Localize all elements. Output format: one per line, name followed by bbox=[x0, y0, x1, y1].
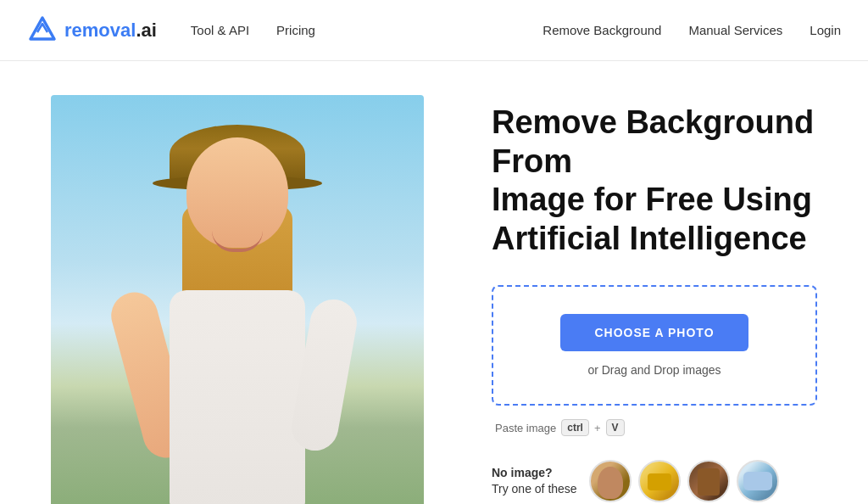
ctrl-key: ctrl bbox=[561, 419, 589, 436]
nav-manual-services[interactable]: Manual Services bbox=[688, 23, 782, 37]
nav-pricing[interactable]: Pricing bbox=[276, 23, 315, 37]
nav-tool-api[interactable]: Tool & API bbox=[191, 23, 249, 37]
v-key: V bbox=[606, 419, 625, 436]
person-head bbox=[186, 137, 288, 248]
content-side: Remove Background From Image for Free Us… bbox=[492, 95, 817, 504]
nav-login[interactable]: Login bbox=[810, 23, 841, 37]
sample-thumb-person[interactable] bbox=[589, 460, 632, 502]
sample-section: No image? Try one of these bbox=[492, 460, 817, 502]
sample-thumbnails bbox=[589, 460, 779, 502]
hero-image-container bbox=[51, 95, 424, 504]
main-content: Remove Background From Image for Free Us… bbox=[0, 61, 868, 504]
sample-label: No image? Try one of these bbox=[492, 465, 577, 498]
nav-right: Remove Background Manual Services Login bbox=[542, 23, 841, 37]
person-silhouette bbox=[110, 120, 364, 504]
paste-label: Paste image bbox=[495, 422, 556, 434]
hero-title: Remove Background From Image for Free Us… bbox=[492, 104, 817, 258]
hero-image-section bbox=[51, 95, 441, 504]
choose-photo-button[interactable]: CHOOSE A PHOTO bbox=[560, 314, 748, 351]
logo[interactable]: removal.ai bbox=[27, 15, 157, 46]
person-body bbox=[170, 290, 305, 504]
sample-thumb-car[interactable] bbox=[638, 460, 681, 502]
paste-hint: Paste image ctrl + V bbox=[492, 419, 817, 436]
navbar: removal.ai Tool & API Pricing Remove Bac… bbox=[0, 0, 868, 61]
nav-remove-bg[interactable]: Remove Background bbox=[542, 23, 661, 37]
logo-text: removal.ai bbox=[64, 20, 157, 42]
upload-dropzone[interactable]: CHOOSE A PHOTO or Drag and Drop images bbox=[492, 285, 817, 406]
sample-thumb-bag[interactable] bbox=[687, 460, 730, 502]
sample-thumb-dog[interactable] bbox=[737, 460, 779, 502]
nav-left: Tool & API Pricing bbox=[191, 23, 542, 37]
plus-sign: + bbox=[594, 422, 601, 434]
logo-icon bbox=[27, 15, 58, 46]
drag-drop-text: or Drag and Drop images bbox=[587, 363, 721, 377]
